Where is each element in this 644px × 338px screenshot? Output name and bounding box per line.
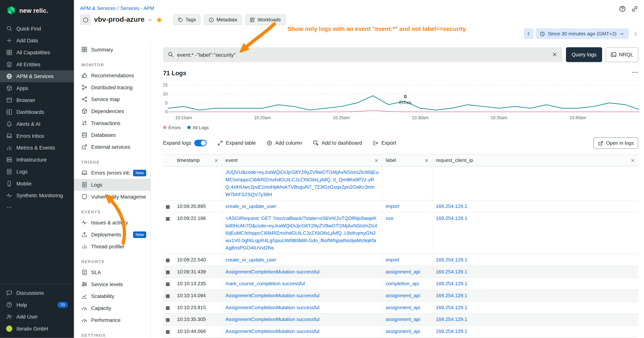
log-row[interactable]: 10:09:22.540create_or_update_userimport1… bbox=[163, 254, 638, 266]
subnav-item-deployments[interactable]: DeploymentsNew bbox=[74, 228, 150, 240]
sidebar-item-alerts-ai[interactable]: Alerts & AI bbox=[0, 118, 74, 130]
subnav-item-thread-profiler[interactable]: Thread profiler bbox=[74, 240, 150, 252]
cell-event-link[interactable]: <ASGIRequest: GET '/sso/callback/?state=… bbox=[226, 215, 377, 251]
subnav-item-capacity[interactable]: Capacity bbox=[74, 302, 150, 314]
favorite-star-icon[interactable] bbox=[156, 16, 162, 23]
log-row[interactable]: 10:10:13.235mark_course_completion succe… bbox=[163, 278, 638, 290]
cell-label-link[interactable]: assignment_api bbox=[386, 293, 420, 298]
subnav-item-performance[interactable]: Performance bbox=[74, 314, 150, 326]
entity-caret-down-icon[interactable] bbox=[148, 18, 152, 22]
add-to-dashboard-button[interactable]: Add to dashboard bbox=[313, 140, 362, 146]
log-row[interactable]: 10:10:44.066AssignmentCompletionMutation… bbox=[163, 326, 638, 338]
subnav-item-scalability[interactable]: Scalability bbox=[74, 290, 150, 302]
remove-column-icon[interactable] bbox=[214, 158, 218, 163]
subnav-item-service-levels[interactable]: Service levels bbox=[74, 278, 150, 290]
cell-label-link[interactable]: sso bbox=[386, 215, 393, 221]
subnav-item-external-services[interactable]: External services bbox=[74, 141, 150, 153]
sidebar-item-logs[interactable]: Logs bbox=[0, 166, 74, 178]
cell-event-link[interactable]: create_or_update_user bbox=[226, 257, 276, 263]
cell-label-link[interactable]: completion_api bbox=[386, 281, 419, 286]
cell-event-link[interactable]: AssignmentCompletionMutation successful bbox=[226, 293, 320, 298]
subnav-item-vulnerability-management[interactable]: Vulnerability Management bbox=[74, 191, 150, 203]
column-header-event[interactable]: event bbox=[222, 155, 382, 166]
remove-column-icon[interactable] bbox=[630, 158, 635, 163]
subnav-item-logs[interactable]: Logs bbox=[74, 179, 150, 191]
time-range-button[interactable]: Since 30 minutes ago (GMT+2) bbox=[536, 29, 629, 39]
cell-ip-link[interactable]: 169.254.129.1 bbox=[436, 215, 467, 221]
cell-ip-link[interactable]: 169.254.129.1 bbox=[436, 269, 467, 274]
sidebar-item-iterativ-gmbh[interactable]: Iterativ GmbH bbox=[0, 323, 74, 335]
sidebar-item-dashboards[interactable]: Dashboards bbox=[0, 106, 74, 118]
legend-all-logs[interactable]: All Logs bbox=[187, 125, 209, 130]
clear-query-icon[interactable] bbox=[552, 52, 558, 58]
legend-errors[interactable]: Errors bbox=[163, 125, 181, 130]
cell-label-link[interactable]: assignment_api bbox=[386, 269, 420, 274]
row-expand-icon[interactable] bbox=[166, 306, 170, 310]
row-expand-icon[interactable] bbox=[166, 330, 170, 334]
cell-ip-link[interactable]: 169.254.129.1 bbox=[436, 316, 467, 322]
expand-table-button[interactable]: Expand table bbox=[217, 140, 256, 146]
row-expand-icon[interactable] bbox=[166, 259, 170, 262]
subnav-item-sla[interactable]: SLA bbox=[74, 266, 150, 278]
cell-label-link[interactable]: import bbox=[386, 257, 399, 263]
sidebar-item-add-user[interactable]: Add User bbox=[0, 311, 74, 323]
entity-name[interactable]: vbv-prod-azure bbox=[94, 16, 144, 24]
sidebar-item-mobile[interactable]: Mobile bbox=[0, 178, 74, 190]
pill-tags[interactable]: Tags bbox=[173, 15, 200, 25]
breadcrumb-services-apm[interactable]: Services - APM bbox=[120, 6, 154, 11]
cell-ip-link[interactable]: 169.254.129.1 bbox=[436, 305, 467, 310]
sidebar-item-errors-inbox[interactable]: Errors Inbox bbox=[0, 130, 74, 142]
open-in-logs-button[interactable]: Open in logs bbox=[593, 137, 638, 149]
sidebar-item-more[interactable] bbox=[0, 201, 74, 213]
nrql-button[interactable]: NRQL bbox=[606, 47, 638, 62]
breadcrumb-apm-services[interactable]: APM & Services bbox=[80, 6, 116, 11]
cell-label-link[interactable]: assignment_api bbox=[386, 316, 420, 322]
newrelic-logo[interactable]: new relic. bbox=[0, 0, 74, 20]
subnav-item-transactions[interactable]: Transactions bbox=[74, 117, 150, 129]
pill-metadata[interactable]: Metadata bbox=[204, 15, 242, 25]
row-expand-icon[interactable] bbox=[166, 294, 170, 298]
log-row[interactable]: 10:09:20.895create_or_update_userimport1… bbox=[163, 201, 638, 213]
row-expand-icon[interactable] bbox=[166, 318, 170, 322]
export-button[interactable]: Export bbox=[373, 140, 396, 146]
time-back-button[interactable] bbox=[524, 29, 534, 39]
cell-event-link[interactable]: AssignmentCompletionMutation successful bbox=[226, 305, 320, 310]
sidebar-item-metrics-events[interactable]: Metrics & Events bbox=[0, 142, 74, 154]
sidebar-item-apps[interactable]: Apps bbox=[0, 82, 74, 94]
column-header-request-client-ip[interactable]: request_client_ip bbox=[432, 155, 638, 166]
cell-event-link[interactable]: AssignmentCompletionMutation successful bbox=[226, 328, 320, 334]
subnav-item-dependencies[interactable]: Dependencies bbox=[74, 105, 150, 117]
subnav-item-databases[interactable]: Databases bbox=[74, 129, 150, 141]
subnav-item-distributed-tracing[interactable]: Distributed tracing bbox=[74, 81, 150, 93]
cell-event-link[interactable]: create_or_update_user bbox=[226, 203, 276, 209]
row-expand-icon[interactable] bbox=[166, 205, 170, 209]
cell-ip-link[interactable]: 169.254.129.1 bbox=[436, 203, 467, 209]
row-expand-icon[interactable] bbox=[166, 217, 170, 221]
pill-workloads[interactable]: Workloads bbox=[245, 15, 285, 25]
sidebar-item-infrastructure[interactable]: Infrastructure bbox=[0, 154, 74, 166]
subnav-item-summary[interactable]: Summary bbox=[74, 44, 150, 56]
cell-event-link[interactable]: AssignmentCompletionMutation successful bbox=[226, 316, 320, 322]
column-header-timestamp[interactable]: timestamp bbox=[174, 155, 222, 166]
permalink-icon[interactable] bbox=[631, 6, 638, 12]
cell-label-link[interactable]: import bbox=[386, 203, 399, 209]
logs-menu-button[interactable] bbox=[632, 69, 638, 77]
log-row[interactable]: 10:10:14.094AssignmentCompletionMutation… bbox=[163, 290, 638, 302]
row-expand-icon[interactable] bbox=[166, 282, 170, 286]
remove-column-icon[interactable] bbox=[424, 158, 429, 163]
cell-ip-link[interactable]: 169.254.129.1 bbox=[436, 281, 467, 286]
cell-label-link[interactable]: assignment_api bbox=[386, 305, 420, 310]
cell-ip-link[interactable]: 169.254.129.1 bbox=[436, 328, 467, 334]
log-row[interactable]: 10:10:35.305AssignmentCompletionMutation… bbox=[163, 314, 638, 326]
row-expand-icon[interactable] bbox=[166, 270, 170, 274]
subnav-item-errors-errors-inb[interactable]: Errors (errors inb...New bbox=[74, 167, 150, 179]
time-forward-button[interactable] bbox=[631, 29, 640, 39]
expand-logs-toggle[interactable] bbox=[194, 140, 206, 146]
remove-column-icon[interactable] bbox=[374, 158, 379, 163]
query-logs-button[interactable]: Query logs bbox=[566, 47, 602, 62]
help-circle-icon[interactable] bbox=[619, 6, 626, 12]
sidebar-item-all-capabilities[interactable]: All Capabilities bbox=[0, 47, 74, 58]
sidebar-item-browser[interactable]: Browser bbox=[0, 94, 74, 106]
column-header-label[interactable]: label bbox=[382, 155, 432, 166]
sidebar-item-discussions[interactable]: Discussions bbox=[0, 287, 74, 299]
